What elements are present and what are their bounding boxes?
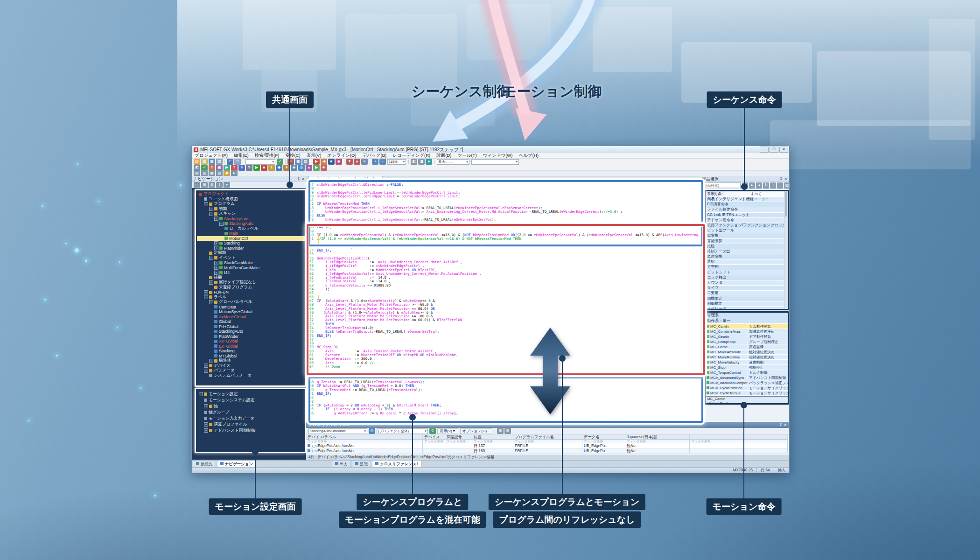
toolbar-combo[interactable]: ▾ bbox=[471, 159, 519, 165]
code-line[interactable]: 47 UnWinderEdgePositionCtrl.i_leEdgeSens… bbox=[306, 222, 700, 225]
category-row[interactable]: ビットシフト bbox=[706, 270, 788, 275]
monitor-read-icon[interactable]: ◀ bbox=[321, 159, 327, 165]
collapse-icon[interactable]: − bbox=[204, 202, 208, 206]
screen-color-icon[interactable]: ◧ bbox=[411, 159, 417, 165]
watch-window-icon[interactable]: ◉ bbox=[336, 159, 342, 165]
instruction-row[interactable]: MC_TorqueControlトルク制御 bbox=[706, 370, 788, 375]
instruction-row[interactable]: MC_MoveAbsolute絶対値位置決め bbox=[706, 350, 788, 355]
device-monitor-icon[interactable]: ◆ bbox=[276, 165, 282, 171]
open-file-icon[interactable]: ▥ bbox=[201, 159, 208, 165]
tree-item[interactable]: +アドバンスト同期制御 bbox=[197, 427, 305, 434]
tree-item[interactable]: 定周期 bbox=[197, 251, 305, 256]
category-row[interactable]: 制御構文 bbox=[706, 301, 788, 307]
collapse-icon[interactable]: − bbox=[219, 222, 224, 226]
tree-item[interactable]: ローカルラベル bbox=[197, 226, 305, 231]
menu-デバッグ(B)[interactable]: デバッグ(B) bbox=[363, 153, 387, 159]
cpu-pause-icon[interactable]: ‖ bbox=[268, 165, 275, 171]
code-line[interactable]: 84 // Done => bbox=[306, 365, 700, 369]
expand-icon[interactable]: + bbox=[214, 241, 218, 245]
tree-item[interactable]: +初期 bbox=[197, 207, 305, 212]
category-row[interactable]: カウンタ bbox=[706, 280, 788, 286]
expand-icon[interactable]: + bbox=[204, 404, 208, 408]
tree-item[interactable]: +FB/FUN bbox=[197, 290, 305, 295]
instruction-row[interactable]: MC_CombineAxes加減算位置決め bbox=[706, 329, 788, 334]
new-file-icon[interactable]: ▤ bbox=[194, 159, 200, 165]
expand-icon[interactable]: + bbox=[209, 207, 213, 211]
tree-item[interactable]: モーションシステム設定 bbox=[197, 397, 305, 403]
instruction-row[interactable]: MCv_CyclicPositionモーションサイクリック位置制 bbox=[706, 385, 788, 391]
code-line[interactable]: 90 g_TensionRef := REAL_TO_LREAL(eTensio… bbox=[306, 388, 700, 392]
tree-item[interactable]: +Stacking bbox=[197, 241, 305, 246]
category-row[interactable]: 回数限定 bbox=[706, 296, 788, 301]
instruction-row[interactable]: MCv_BacklashCompensaバックラッシュ補正フィルタ bbox=[706, 380, 788, 385]
pin-icon[interactable]: ↧ bbox=[297, 177, 301, 181]
scrollbar[interactable] bbox=[784, 191, 788, 309]
read-from-plc-icon[interactable]: ⇓ bbox=[238, 165, 245, 171]
tree-item[interactable]: CamData bbox=[197, 305, 305, 310]
dock-tab-クロスリファレンス1[interactable]: クロスリファレンス1 bbox=[372, 461, 422, 467]
help-icon[interactable]: ● bbox=[426, 159, 432, 165]
collapse-icon[interactable]: − bbox=[209, 300, 213, 304]
code-line[interactable]: 92 bbox=[306, 396, 700, 399]
menu-レコーディング(R)[interactable]: レコーディング(R) bbox=[392, 153, 430, 159]
category-row[interactable]: 文字列 bbox=[706, 265, 788, 270]
category-row[interactable]: PID演算命令 bbox=[706, 202, 788, 207]
category-row[interactable]: 簡易インテリジェント機能ユニット bbox=[706, 197, 788, 202]
cpu-stop-icon[interactable]: ■ bbox=[261, 165, 267, 171]
cut-icon[interactable]: ✂ bbox=[287, 159, 294, 165]
tree-item[interactable]: +I44 bbox=[197, 270, 305, 275]
instruction-row[interactable]: MC_CamInカム動作開始 bbox=[706, 324, 788, 329]
close-icon[interactable]: ✕ bbox=[784, 177, 787, 181]
tree-item[interactable]: MotionSys+Global bbox=[197, 309, 305, 315]
table-header-row[interactable]: デバイス/ラベルデバイス回路記号位置プログラムファイル名データ名Japanese… bbox=[306, 434, 789, 440]
nav-expand-icon[interactable]: ⊞ bbox=[201, 182, 208, 188]
redo-icon[interactable]: ↷ bbox=[234, 159, 241, 165]
category-row[interactable]: 汎用ファンクション/ファンクションブロック bbox=[706, 223, 788, 228]
code-line[interactable]: 51//IF (1.0 <= eUnWinderEpcSensorVal) & … bbox=[306, 237, 700, 241]
monitor-write-icon[interactable]: ▶ bbox=[313, 159, 320, 165]
tree-item[interactable]: +FlatWinder bbox=[197, 246, 305, 251]
simulation-icon[interactable]: ▶ bbox=[313, 165, 320, 171]
code-line[interactable] bbox=[306, 373, 700, 377]
tree-item[interactable]: −イベント bbox=[197, 256, 305, 261]
maximize-button[interactable]: ❐ bbox=[770, 147, 778, 153]
instruction-group-row[interactable]: 管理系 bbox=[706, 313, 788, 318]
save-icon[interactable]: ▦ bbox=[209, 159, 215, 165]
instruction-row[interactable]: MCv_AdvancedSyncアドバンスト同期制御 bbox=[706, 375, 788, 380]
motion-tool-icon[interactable]: ▲ bbox=[306, 165, 312, 171]
copy-icon[interactable]: ▣ bbox=[295, 159, 301, 165]
diagnostics-icon[interactable]: ✚ bbox=[321, 165, 327, 171]
collapse-icon[interactable]: − bbox=[209, 212, 213, 216]
paste-icon[interactable]: ▨ bbox=[302, 159, 309, 165]
tree-item[interactable]: AxMon+Global bbox=[197, 315, 305, 320]
tree-item[interactable]: 軸グループ bbox=[197, 409, 305, 415]
category-row[interactable]: 比較 bbox=[706, 244, 788, 249]
code-line[interactable]: 54END_IF; bbox=[306, 249, 700, 252]
tree-item[interactable]: Global bbox=[197, 319, 305, 324]
category-row[interactable]: ビット型ブール bbox=[706, 228, 788, 233]
expand-icon[interactable]: + bbox=[209, 359, 213, 363]
pin-icon[interactable]: ↧ bbox=[780, 177, 783, 181]
tree-item[interactable]: Ax+Global bbox=[197, 339, 305, 344]
refresh-icon[interactable]: ↻ bbox=[763, 182, 769, 189]
tree-item[interactable]: +演算プロファイル bbox=[197, 421, 305, 427]
category-row[interactable]: 単位変換 bbox=[706, 254, 788, 259]
instruction-row[interactable]: MC_Home原点復帰 bbox=[706, 344, 788, 350]
menu-オンライン(O)[interactable]: オンライン(O) bbox=[327, 153, 356, 159]
category-row[interactable]: CC-Link IE TSNユニット bbox=[706, 213, 788, 218]
code-line[interactable]: 53 stUnWinderEdgePosCtrl.leKp:=0.0; bbox=[306, 245, 700, 249]
instruction-row[interactable]: MC_GroupStopグループ強制停止 bbox=[706, 339, 788, 344]
collapse-icon[interactable]: − bbox=[204, 369, 208, 373]
tree-item[interactable]: −StackingAuto bbox=[197, 217, 305, 222]
code-line[interactable]: 48END_IF; bbox=[306, 225, 700, 229]
expand-icon[interactable]: + bbox=[214, 271, 218, 275]
category-row[interactable]: ファイル操作命令 bbox=[706, 207, 788, 212]
toolbar-combo[interactable]: 最大:------▾ bbox=[437, 159, 469, 165]
display-target-value[interactable]: すべて bbox=[724, 191, 788, 196]
table-filter-row[interactable]: フィルタ条件フィルタ条件フィルタ条件フィルタ条件フィルタ条件フィルタ条件フィルタ… bbox=[306, 440, 789, 443]
expand-icon[interactable]: ⊞ bbox=[497, 428, 504, 434]
element-search-input[interactable] bbox=[701, 182, 741, 188]
code-line[interactable]: 72 Axis_Level_Platform_Motor.Md.SetPosit… bbox=[306, 318, 700, 322]
code-line[interactable]: 91END_IF; bbox=[306, 392, 700, 396]
toolbar-combo[interactable]: ▾ bbox=[245, 159, 275, 165]
